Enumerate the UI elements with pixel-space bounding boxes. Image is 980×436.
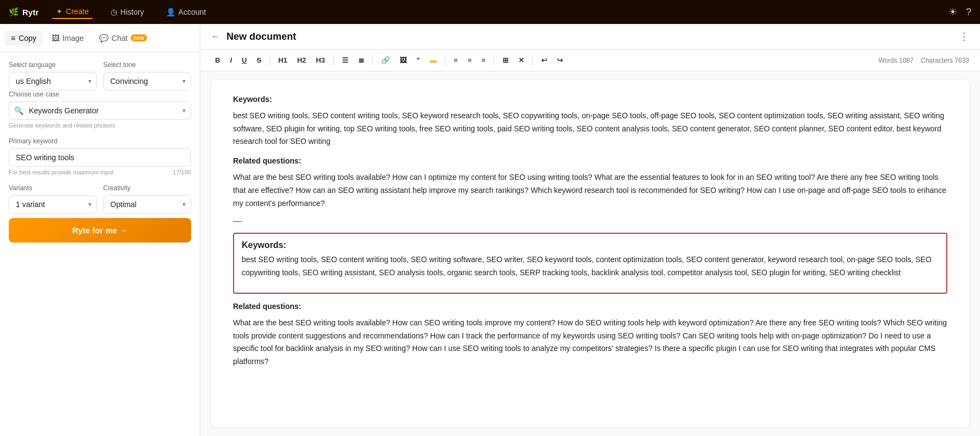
use-case-label: Choose use case [9,90,191,98]
tone-group: Select tone Convincing ▾ [103,61,192,90]
nav-create[interactable]: ✦ Create [52,5,93,19]
table-button[interactable]: ⊞ [499,54,512,66]
ul-button[interactable]: ☰ [338,54,352,66]
use-case-icon: 🔍 [14,106,23,115]
sidebar-form: Select language us English ▾ Select tone… [0,52,200,436]
underline-button[interactable]: U [238,54,250,66]
keyword-count: 17/100 [173,169,191,175]
h2-button[interactable]: H2 [293,54,310,66]
language-label: Select language [9,61,97,69]
tab-image-label: Image [63,34,84,43]
related-label-1: Related questions: [233,155,947,168]
creativity-label: Creativity [103,184,192,192]
toolbar-sep-2 [333,55,334,66]
editor-stats: Words 1087 Characters 7633 [878,57,969,64]
back-icon[interactable]: ← [211,32,220,41]
account-icon: 👤 [166,8,175,16]
italic-button[interactable]: I [226,54,236,66]
use-case-hint: Generate keywords and related phrases [9,122,191,129]
language-tone-row: Select language us English ▾ Select tone… [9,61,191,90]
tab-copy[interactable]: ≡ Copy [4,31,43,46]
image-button[interactable]: 🖼 [396,54,411,66]
bold-button[interactable]: B [211,54,224,66]
highlight-button[interactable]: ▬ [426,54,440,66]
ryte-button[interactable]: Ryte for me → [9,218,191,243]
variants-group: Variants 1 variant ▾ [9,184,97,214]
variants-select-wrapper: 1 variant ▾ [9,195,97,214]
words-count: 1087 [899,57,914,64]
variants-creativity-row: Variants 1 variant ▾ Creativity Optimal [9,184,191,214]
tab-image[interactable]: 🖼 Image [45,31,90,46]
keyword-hint-text: For best results provide maximum input [9,169,114,175]
h1-button[interactable]: H1 [274,54,291,66]
editor-toolbar: B I U S H1 H2 H3 ☰ ≣ 🔗 🖼 " ▬ ≡ ≡ ≡ ⊞ ✕ ↩… [200,50,980,71]
chars-count: 7633 [954,57,969,64]
toolbar-sep-3 [372,55,373,66]
editor-menu-icon[interactable]: ⋮ [959,31,969,43]
editor-area: ← New document ⋮ B I U S H1 H2 H3 ☰ ≣ 🔗 … [200,24,980,436]
clear-format-button[interactable]: ✕ [514,54,528,66]
language-select-wrapper: us English ▾ [9,72,97,90]
nav-account-label: Account [179,8,206,16]
language-select[interactable]: us English [9,72,97,90]
h3-button[interactable]: H3 [312,54,329,66]
tab-chat[interactable]: 💬 Chat new [93,31,154,46]
nav-account[interactable]: 👤 Account [162,5,211,19]
use-case-select[interactable]: Keywords Generator [9,101,191,120]
align-center-button[interactable]: ≡ [464,54,476,66]
nav-right: ☀ ? [948,6,971,18]
keywords-text-2: best SEO writing tools, SEO content writ… [242,253,939,280]
related-section-1: Related questions: What are the best SEO… [233,155,947,210]
keyword-group: Primary keyword For best results provide… [9,137,191,175]
top-nav: 🌿 Rytr ✦ Create ◷ History 👤 Account ☀ ? [0,0,980,24]
section-divider: — [233,216,947,226]
related-label-2: Related questions: [233,300,947,313]
nav-create-label: Create [66,7,89,16]
history-icon: ◷ [111,8,117,16]
related-text-1: What are the best SEO writing tools avai… [233,171,947,210]
keywords-section-1: Keywords: best SEO writing tools, SEO co… [233,93,947,148]
tone-select-wrapper: Convincing ▾ [103,72,192,90]
variants-select[interactable]: 1 variant [9,195,97,214]
toolbar-sep-5 [494,55,494,66]
keyword-input[interactable] [9,148,191,167]
creativity-group: Creativity Optimal ▾ [103,184,192,214]
tone-label: Select tone [103,61,192,69]
align-right-button[interactable]: ≡ [477,54,489,66]
help-icon[interactable]: ? [966,7,971,18]
logo-text: Rytr [22,8,39,17]
editor-body[interactable]: Keywords: best SEO writing tools, SEO co… [211,80,969,427]
link-button[interactable]: 🔗 [377,54,394,66]
keywords-label-2: Keywords: [242,240,939,250]
keywords-text-1: best SEO writing tools, SEO content writ… [233,110,947,148]
editor-header: ← New document ⋮ [200,24,980,50]
keyword-label: Primary keyword [9,137,191,145]
keyword-hint-row: For best results provide maximum input 1… [9,169,191,175]
theme-icon[interactable]: ☀ [948,6,957,18]
tone-select[interactable]: Convincing [103,72,192,90]
editor-title: New document [226,31,953,43]
toolbar-sep-4 [445,55,445,66]
undo-button[interactable]: ↩ [537,54,551,66]
chars-label: Characters [921,57,953,64]
creativity-select-wrapper: Optimal ▾ [103,195,192,214]
align-left-button[interactable]: ≡ [450,54,462,66]
strikethrough-button[interactable]: S [253,54,265,66]
create-icon: ✦ [56,7,63,16]
chat-badge: new [131,34,146,41]
quote-button[interactable]: " [413,54,424,66]
keywords-label-1: Keywords: [233,93,947,106]
nav-history-label: History [120,8,144,16]
nav-history[interactable]: ◷ History [106,5,149,19]
ol-button[interactable]: ≣ [354,54,368,66]
variants-label: Variants [9,184,97,192]
creativity-select[interactable]: Optimal [103,195,192,214]
chat-tab-icon: 💬 [99,34,108,43]
toolbar-sep-1 [270,55,270,66]
toolbar-sep-6 [532,55,533,66]
sidebar-tabs: ≡ Copy 🖼 Image 💬 Chat new [0,24,200,52]
language-group: Select language us English ▾ [9,61,97,90]
highlighted-keywords-block: Keywords: best SEO writing tools, SEO co… [233,233,947,294]
use-case-select-wrapper: 🔍 Keywords Generator ▾ [9,101,191,120]
redo-button[interactable]: ↪ [553,54,567,66]
